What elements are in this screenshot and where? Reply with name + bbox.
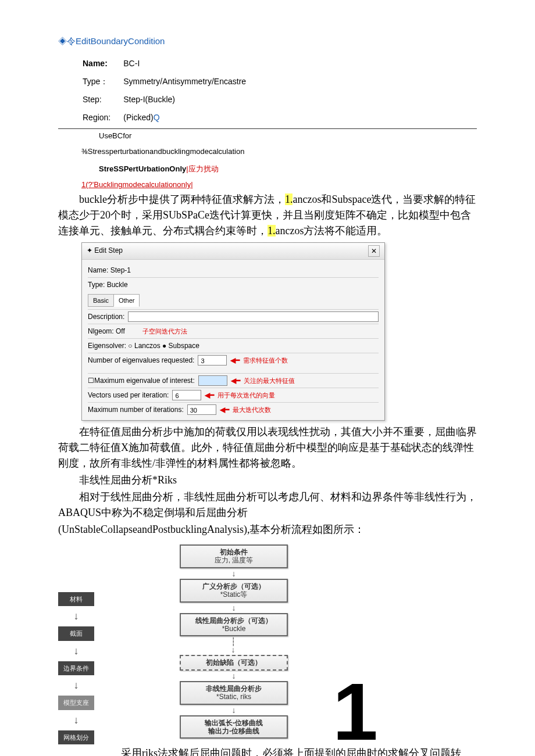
- maxiter-anno: 最大迭代次数: [233, 405, 271, 415]
- paragraph-nonlinear-desc: 相对于线性屈曲分析，非线性屈曲分析可以考虑几何、材料和边界条件等非线性行为，AB…: [58, 489, 477, 521]
- diamond-icon: ◈: [58, 36, 67, 46]
- flow-initial-conditions: 初始条件应力, 温度等: [180, 544, 288, 568]
- option-stress-perturb-only: StreSSPertUrbationOnly|应力扰动: [99, 163, 477, 175]
- maxeig-anno: 关注的最大特征值: [244, 376, 295, 386]
- nlgeom-row: Nlgeom: Off 子空间迭代方法: [88, 324, 379, 338]
- side-support: 模型支座: [58, 696, 94, 710]
- figure-number-one: 1: [333, 679, 378, 744]
- side-material: 材料: [58, 592, 94, 607]
- step-value: Step-I(Buckle): [117, 91, 252, 108]
- description-input[interactable]: [128, 311, 379, 322]
- close-icon[interactable]: ✕: [368, 245, 380, 257]
- neig-input[interactable]: 3: [198, 355, 227, 366]
- arrow-left-icon: ◀━: [220, 404, 229, 415]
- paragraph-riks-title: 非线性屈曲分析*Riks: [58, 472, 477, 488]
- name-value: BC-I: [117, 55, 252, 72]
- arrow-left-icon: ◀━: [231, 375, 240, 386]
- name-label: Name:: [77, 55, 116, 72]
- region-label: Region:: [77, 109, 116, 126]
- side-mesh: 网格划分: [58, 730, 94, 745]
- divider: [58, 128, 477, 129]
- step-type-row: Type: Buckle: [88, 277, 379, 292]
- paragraph-riks-solve: 采用riks法求解后屈曲问题时，必须将上面提到的屈曲时的求解分叉问题转: [58, 746, 477, 756]
- arrow-left-icon: ◀━: [205, 390, 214, 400]
- maxiter-row: Maximum number of iterations: 30 ◀━ 最大迭代…: [88, 402, 379, 417]
- maxeig-input[interactable]: [198, 375, 227, 386]
- neig-row: Number of eigenvalues requested: 3 ◀━ 需求…: [88, 353, 379, 367]
- flow-general-step: 广义分析步（可选）*Static等: [180, 579, 288, 603]
- region-value: (Picked)Q: [117, 109, 252, 126]
- paragraph-buckle-methods: buckle分析步中提供了两种特征值求解方法，1.anczos和Subspace…: [58, 192, 477, 239]
- edit-step-title: ✦ Edit Step: [87, 245, 123, 257]
- tab-other[interactable]: Other: [113, 294, 140, 307]
- dialog-title: ◈令EditBoundaryCondition: [58, 35, 477, 48]
- subspace-anno: 子空间迭代方法: [142, 327, 187, 336]
- tab-basic[interactable]: Basic: [88, 294, 114, 307]
- flowchart-figure: 材料 ↓ 截面 ↓ 边界条件 ↓ 模型支座 ↓ 网格划分 初始条件应力, 温度等…: [58, 539, 477, 744]
- neig-anno: 需求特征值个数: [243, 356, 288, 366]
- picked-link[interactable]: Q: [154, 113, 160, 122]
- maxiter-input[interactable]: 30: [187, 404, 216, 415]
- arrow-left-icon: ◀━: [230, 355, 240, 366]
- side-section: 截面: [58, 626, 94, 641]
- vectors-input[interactable]: 6: [172, 390, 201, 400]
- maxeig-row: ☐ Maximum eigenvalue of interest: ◀━ 关注的…: [88, 373, 379, 388]
- eigensolver-row[interactable]: Eigensolver: ○ Lanczos ● Subspace: [88, 338, 379, 353]
- flow-output: 输出弧长-位移曲线输出力-位移曲线: [180, 715, 288, 739]
- side-labels: 材料 ↓ 截面 ↓ 边界条件 ↓ 模型支座 ↓ 网格划分: [58, 592, 94, 745]
- paragraph-eigenvalue-load: 在特征值屈曲分析步中施加的荷载仅用以表现线性扰动，其值大小并不重要，屈曲临界荷载…: [58, 424, 477, 471]
- step-label: Step:: [77, 91, 116, 108]
- boundary-condition-form: Name: BC-I Type： Symmetry/Antisymmetry/E…: [76, 54, 253, 127]
- option-buckle-only: 1(?'Bucklingmodecalculationonly|: [81, 179, 477, 191]
- flow-imperfection: 初始缺陷（可选）: [180, 655, 288, 670]
- vectors-row: Vectors used per iteration: 6 ◀━ 用于每次迭代的…: [88, 388, 379, 402]
- type-label: Type：: [77, 73, 116, 90]
- flowchart-main: 初始条件应力, 温度等 ↓ 广义分析步（可选）*Static等 ↓ 线性屈曲分析…: [147, 542, 321, 741]
- type-value: Symmetry/Antisymmetry/Encastre: [117, 73, 252, 90]
- tab-row: BasicOther: [88, 292, 379, 310]
- usebc-label: UseBCfor: [99, 130, 477, 142]
- flow-riks-step: 非线性屈曲分析步*Static, riks: [180, 681, 288, 705]
- edit-step-dialog: ✦ Edit Step ✕ Name: Step-1 Type: Buckle …: [81, 242, 385, 421]
- vectors-anno: 用于每次迭代的向量: [217, 390, 275, 400]
- description-row: Description:: [88, 309, 379, 324]
- step-name-row: Name: Step-1: [88, 263, 379, 277]
- paragraph-unstable-collapse: (UnStableCollapseandPostbucklingAnalysis…: [58, 522, 477, 538]
- option-stress-perturb-buckle: ⅜Stressperturbationandbucklingmodecalcul…: [81, 146, 477, 157]
- flow-linear-buckle: 线性屈曲分析步（可选）*Buckle: [180, 613, 288, 637]
- side-bc: 边界条件: [58, 661, 94, 676]
